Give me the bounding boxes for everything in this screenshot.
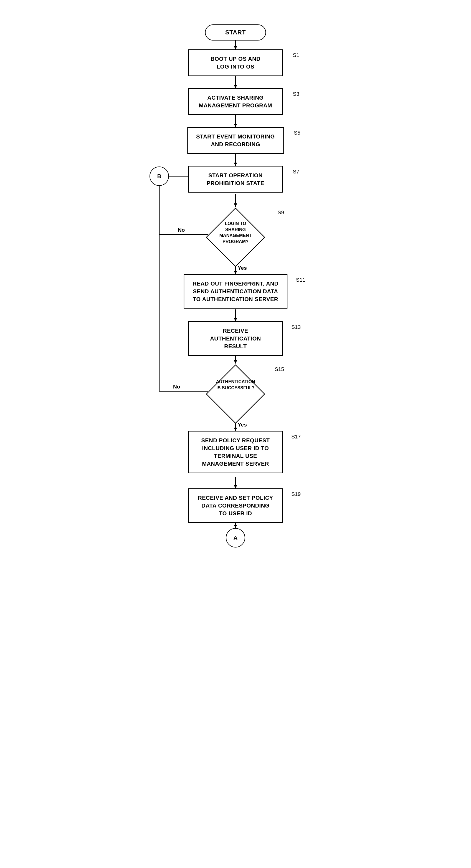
svg-marker-19 <box>234 318 237 321</box>
s17-label: SEND POLICY REQUESTINCLUDING USER ID TOT… <box>188 431 283 473</box>
s5-label: START EVENT MONITORINGAND RECORDING <box>187 127 284 154</box>
svg-marker-3 <box>234 85 237 88</box>
a-connector: A <box>226 528 245 548</box>
s15-node: AUTHENTICATIONIS SUCCESSFUL? S15 <box>205 364 266 426</box>
s17-node: SEND POLICY REQUESTINCLUDING USER ID TOT… <box>188 431 283 473</box>
s7-step: S7 <box>293 169 299 175</box>
start-node: START <box>205 24 266 40</box>
s15-step: S15 <box>275 366 284 372</box>
start-label: START <box>205 24 266 40</box>
svg-marker-23 <box>234 428 237 431</box>
svg-text:No: No <box>173 384 180 390</box>
s3-label: ACTIVATE SHARINGMANAGEMENT PROGRAM <box>188 88 283 115</box>
s3-step: S3 <box>293 91 299 97</box>
s13-node: RECEIVEAUTHENTICATIONRESULT S13 <box>188 321 283 356</box>
s1-label: BOOT UP OS ANDLOG INTO OS <box>188 50 283 76</box>
svg-marker-11 <box>234 204 237 207</box>
svg-marker-31 <box>234 525 237 528</box>
s1-step: S1 <box>293 52 299 58</box>
s11-node: READ OUT FINGERPRINT, ANDSEND AUTHENTICA… <box>184 274 287 309</box>
s19-node: RECEIVE AND SET POLICYDATA CORRESPONDING… <box>188 488 283 523</box>
s13-label: RECEIVEAUTHENTICATIONRESULT <box>188 321 283 356</box>
s5-step: S5 <box>294 130 301 136</box>
s7-node: START OPERATIONPROHIBITION STATE S7 <box>188 166 283 193</box>
s9-step: S9 <box>278 210 284 216</box>
svg-marker-29 <box>234 485 237 488</box>
s7-label: START OPERATIONPROHIBITION STATE <box>188 166 283 193</box>
s5-node: START EVENT MONITORINGAND RECORDING S5 <box>187 127 284 154</box>
s19-step: S19 <box>291 491 301 497</box>
s1-node: BOOT UP OS ANDLOG INTO OS S1 <box>188 50 283 76</box>
svg-text:No: No <box>178 227 185 233</box>
a-label: A <box>226 528 245 548</box>
svg-marker-21 <box>234 360 237 364</box>
svg-marker-13 <box>234 271 237 274</box>
s11-label: READ OUT FINGERPRINT, ANDSEND AUTHENTICA… <box>184 274 287 309</box>
svg-marker-7 <box>234 163 237 166</box>
s11-step: S11 <box>296 277 305 283</box>
s13-step: S13 <box>291 324 301 330</box>
svg-marker-1 <box>234 46 237 50</box>
b-connector: B <box>150 166 169 186</box>
s19-label: RECEIVE AND SET POLICYDATA CORRESPONDING… <box>188 488 283 523</box>
svg-marker-5 <box>234 124 237 127</box>
b-label: B <box>150 166 169 186</box>
s9-node: LOGIN TOSHARING MANAGEMENTPROGRAM? S9 <box>205 207 266 269</box>
s17-step: S17 <box>291 434 301 440</box>
s3-node: ACTIVATE SHARINGMANAGEMENT PROGRAM S3 <box>188 88 283 115</box>
